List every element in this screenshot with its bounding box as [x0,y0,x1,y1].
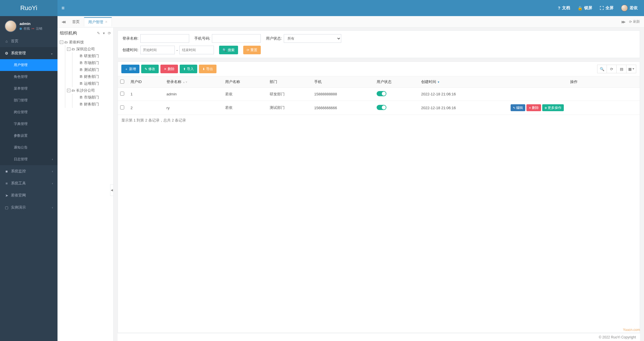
table-row: 2ry若依测试部门156666666662022-12-18 21:06:16✎… [118,101,640,115]
tool-search[interactable]: 🔍 [597,65,607,73]
tree-collapse-icon[interactable]: − [67,47,70,51]
close-icon[interactable]: ✕ [105,20,108,24]
nav-notice-mgmt[interactable]: 通知公告 [0,142,57,153]
tree-node-label: 研发部门 [84,53,99,59]
cell-phone: 15666666666 [312,101,374,115]
nav-dict-mgmt[interactable]: 字典管理 [0,118,57,130]
topbar-lock[interactable]: 🔒锁屏 [575,5,595,11]
status-switch[interactable] [377,105,386,110]
col-dept[interactable]: 部门 [267,76,312,88]
topbar-fullscreen[interactable]: ⛶全屏 [597,5,616,11]
col-phone[interactable]: 手机 [312,76,374,88]
tabs-refresh[interactable]: ⟳刷新 [627,19,642,24]
plus-icon: ＋ [125,67,128,71]
end-time-input[interactable] [179,46,214,54]
hamburger-icon[interactable]: ≡ [62,5,65,11]
tree-edit-icon[interactable]: ✎ [97,31,100,35]
row-edit-button[interactable]: ✎编辑 [511,104,525,111]
cell-time: 2022-12-18 21:06:16 [419,88,508,101]
tree-node-leaf[interactable]: 🖹市场部门 [74,59,111,66]
start-time-input[interactable] [140,46,175,54]
avatar[interactable] [5,20,17,32]
tree-node-leaf[interactable]: 🖹测试部门 [74,66,111,73]
tree-node-leaf[interactable]: 🖹财务部门 [74,101,111,108]
tree-collapse-icon[interactable]: − [60,41,63,44]
org-tree-panel: 组织机构 ✎ ▾ ⟳ −🗁若依科技 −🗁深圳总公司 🖹研发部门🖹市场部门🖹测试部… [57,28,114,341]
expand-icon: ⛶ [600,6,604,10]
nav-tools[interactable]: ≡系统工具‹ [0,177,57,189]
logout-link[interactable]: 注销 [36,26,42,31]
tree-refresh-icon[interactable]: ⟳ [108,31,111,35]
nav-demo[interactable]: ▢实例演示‹ [0,201,57,213]
tree-node-leaf[interactable]: 🖹运维部门 [74,80,111,87]
tool-grid[interactable]: ▦ [626,65,636,73]
cell-name: 若依 [223,88,267,101]
row-checkbox[interactable] [120,105,124,109]
file-icon: 🖹 [79,54,83,58]
logout-icon[interactable]: ↦ [32,27,34,30]
tabs-prev[interactable]: ◀◀ [59,18,67,26]
delete-icon: ✕ [529,106,531,109]
tool-refresh[interactable]: ⟳ [607,65,617,73]
status-select[interactable]: 所有 [284,34,341,43]
phone-input[interactable] [212,34,261,43]
add-button[interactable]: ＋新增 [121,65,139,73]
nav-menu-mgmt[interactable]: 菜单管理 [0,83,57,95]
col-label: 创建时间 [421,80,436,84]
tabs-row: ◀◀ 首页 用户管理✕ ▶▶ ⟳刷新 [57,16,644,28]
nav-home[interactable]: ⌂首页 [0,35,57,47]
row-delete-button[interactable]: ✕删除 [526,104,541,111]
chevron-down-icon: ⌄ [51,52,53,55]
panel-collapse-handle[interactable]: ◀ [110,184,114,196]
nav-param-mgmt[interactable]: 参数设置 [0,130,57,142]
search-button[interactable]: 🔍搜索 [219,46,238,54]
tab-home[interactable]: 首页 [68,17,84,26]
nav-user-mgmt[interactable]: 用户管理 [0,59,57,71]
tree-node-label: 若依科技 [69,40,84,45]
col-login-name[interactable]: 登录名称▲▼ [164,76,223,88]
nav-log-mgmt[interactable]: 日志管理‹ [0,153,57,165]
topbar-docs[interactable]: ?文档 [555,5,572,11]
tool-columns[interactable]: ▤ [617,65,626,73]
nav-post-mgmt[interactable]: 岗位管理 [0,106,57,118]
export-button[interactable]: ⬇导出 [199,65,216,73]
col-create-time[interactable]: 创建时间 ▼ [419,76,508,88]
tree-node-leaf[interactable]: 🖹研发部门 [74,53,111,59]
tab-user-mgmt[interactable]: 用户管理✕ [84,17,112,26]
tabs-next[interactable]: ▶▶ [619,18,627,26]
tree-node-changsha[interactable]: −🗁长沙分公司 [67,87,111,94]
edit-button[interactable]: ✎修改 [141,65,159,73]
tree-node-root[interactable]: −🗁若依科技 [60,39,111,46]
reset-button[interactable]: ⟳重置 [243,46,261,54]
import-button[interactable]: ⬆导入 [180,65,197,73]
tree-node-leaf[interactable]: 🖹财务部门 [74,73,111,80]
login-input[interactable] [140,34,189,43]
cell-dept: 研发部门 [267,88,312,101]
col-user-name[interactable]: 用户名称 [223,76,267,88]
status-switch[interactable] [377,91,386,96]
tree-collapse-icon[interactable]: − [67,89,70,92]
topbar-user[interactable]: 若依 [619,5,640,11]
tree-dropdown-icon[interactable]: ▾ [103,31,105,35]
select-all-checkbox[interactable] [120,80,124,84]
nav-system[interactable]: ⚙系统管理⌄ [0,47,57,59]
tree-node-shenzhen[interactable]: −🗁深圳总公司 [67,46,111,53]
sort-desc-icon: ▼ [437,81,440,83]
tree-node-leaf[interactable]: 🖹市场部门 [74,94,111,101]
row-checkbox[interactable] [120,92,124,96]
col-user-id[interactable]: 用户ID [128,76,164,88]
cell-login: ry [164,101,223,115]
chevron-left-icon: ‹ [52,158,53,161]
row-more-button[interactable]: ⊕更多操作 [542,104,564,111]
nav-role-mgmt[interactable]: 角色管理 [0,71,57,83]
tree-title: 组织机构 [60,30,77,36]
delete-button[interactable]: ✕删除 [160,65,178,73]
refresh-icon: ⟳ [610,67,613,71]
tree-node-label: 长沙分公司 [76,88,95,93]
col-status[interactable]: 用户状态 [374,76,419,88]
nav-item-label: 用户管理 [14,63,28,68]
nav-website[interactable]: ➤若依官网 [0,189,57,201]
nav-monitor[interactable]: ■系统监控‹ [0,165,57,177]
topbar-fullscreen-label: 全屏 [605,5,614,11]
nav-dept-mgmt[interactable]: 部门管理 [0,95,57,106]
